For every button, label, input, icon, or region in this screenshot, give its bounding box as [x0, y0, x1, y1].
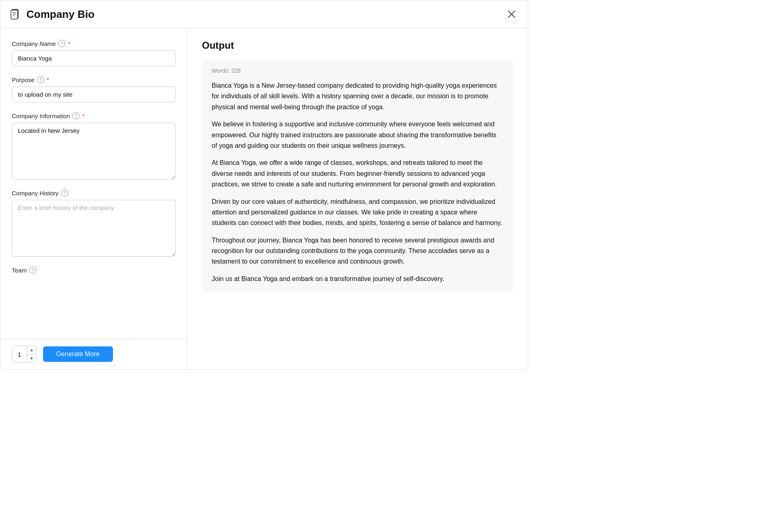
modal-title: Company Bio	[26, 8, 95, 21]
company-history-help-icon[interactable]: ?	[61, 189, 68, 197]
purpose-label: Purpose ? *	[12, 76, 176, 83]
purpose-input[interactable]	[12, 87, 176, 102]
company-name-label: Company Name ? *	[12, 40, 176, 47]
output-paragraph-2: At Bianca Yoga, we offer a wide range of…	[212, 158, 503, 190]
left-panel: Company Name ? * Purpose ? *	[0, 28, 187, 369]
company-information-required: *	[82, 112, 85, 119]
modal-header: Company Bio	[0, 0, 528, 28]
company-information-help-icon[interactable]: ?	[72, 112, 80, 119]
company-name-field-group: Company Name ? *	[12, 40, 176, 66]
company-information-label: Company Information ? *	[12, 112, 176, 119]
team-field-group: Team ?	[12, 266, 176, 274]
modal-body: Company Name ? * Purpose ? *	[0, 28, 528, 369]
output-box: Words: 228 Bianca Yoga is a New Jersey-b…	[202, 59, 513, 292]
output-paragraph-5: Join us at Bianca Yoga and embark on a t…	[212, 274, 503, 284]
company-history-field-group: Company History ?	[12, 189, 176, 257]
stepper-up-button[interactable]: ▲	[27, 346, 36, 355]
purpose-field-group: Purpose ? *	[12, 76, 176, 102]
modal-container: Company Bio Company Name ? *	[0, 0, 528, 370]
quantity-stepper[interactable]: 1 ▲ ▼	[12, 346, 37, 363]
left-panel-fields: Company Name ? * Purpose ? *	[0, 28, 187, 339]
output-paragraph-3: Driven by our core values of authenticit…	[212, 197, 503, 229]
header-left: Company Bio	[10, 8, 95, 21]
word-count: Words: 228	[212, 67, 503, 74]
company-information-field-group: Company Information ? * Located in New J…	[12, 112, 176, 179]
output-title: Output	[202, 40, 513, 51]
left-panel-footer: 1 ▲ ▼ Generate More	[0, 339, 187, 369]
close-button[interactable]	[505, 8, 518, 21]
generate-more-button[interactable]: Generate More	[43, 346, 113, 362]
company-name-input[interactable]	[12, 50, 176, 66]
output-paragraph-4: Throughout our journey, Bianca Yoga has …	[212, 235, 503, 267]
stepper-down-button[interactable]: ▼	[27, 355, 36, 363]
purpose-help-icon[interactable]: ?	[37, 76, 44, 83]
svg-rect-1	[11, 10, 17, 19]
stepper-buttons: ▲ ▼	[27, 346, 36, 362]
company-information-textarea[interactable]: Located in New Jersey	[12, 123, 176, 179]
company-name-help-icon[interactable]: ?	[58, 40, 65, 47]
output-text: Bianca Yoga is a New Jersey-based compan…	[212, 80, 503, 284]
output-paragraph-0: Bianca Yoga is a New Jersey-based compan…	[212, 80, 503, 112]
team-help-icon[interactable]: ?	[29, 266, 37, 274]
company-name-required: *	[68, 40, 70, 47]
company-history-label: Company History ?	[12, 189, 176, 197]
company-history-textarea[interactable]	[12, 200, 176, 257]
document-icon	[10, 9, 22, 20]
stepper-value: 1	[12, 351, 27, 358]
right-panel: Output Words: 228 Bianca Yoga is a New J…	[187, 28, 528, 369]
output-paragraph-1: We believe in fostering a supportive and…	[212, 119, 503, 151]
purpose-required: *	[47, 76, 49, 83]
team-label: Team ?	[12, 266, 176, 274]
